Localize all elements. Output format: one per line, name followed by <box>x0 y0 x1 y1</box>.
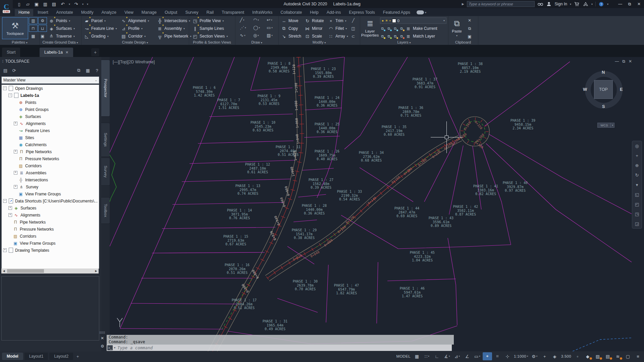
erase-icon[interactable]: ╱ <box>350 17 357 23</box>
toolspace-button[interactable]: ⚒Toolspace <box>2 17 28 39</box>
parcel-label[interactable]: PHASE 1 : 25 1440.00m 0.36 ACRES <box>315 122 340 134</box>
expand-icon[interactable]: + <box>3 248 7 252</box>
object-snap-icon[interactable]: ⌖ <box>483 352 492 360</box>
annotation-scale-button[interactable]: 1:1000▾ <box>513 352 529 360</box>
ribbon-tab-view[interactable]: View <box>121 9 137 16</box>
file-tab-close-icon[interactable]: ✕ <box>65 50 68 55</box>
zoom-extents-icon[interactable]: ◱ <box>634 191 640 198</box>
command-customize-icon[interactable]: ⚙ <box>101 344 104 349</box>
collapse-icon[interactable]: − <box>8 94 12 97</box>
revision-cloud-icon[interactable]: ↩▾ <box>267 17 272 22</box>
layer-selector-combo[interactable]: ●☀▪0▾ <box>380 17 446 24</box>
compass-north[interactable]: N <box>602 70 605 75</box>
pan-icon[interactable]: + <box>634 152 640 159</box>
station-label[interactable]: 1+120 <box>292 64 296 74</box>
quick-properties-icon[interactable]: ▫ <box>573 352 582 360</box>
tree-item-pipe-networks[interactable]: ΠPipe Networks <box>2 219 99 226</box>
expand-icon[interactable]: + <box>8 206 12 210</box>
parcel-label[interactable]: PHASE 1 : 16 2070.26m 0.51 ACRES <box>225 263 250 275</box>
autodesk-account-icon[interactable] <box>583 1 589 7</box>
expand-icon[interactable]: + <box>8 213 12 217</box>
viewport-close-icon[interactable]: ✕ <box>629 59 632 64</box>
tree-item-catchments[interactable]: ◉Catchments <box>2 141 99 148</box>
ribbon-tab-modify[interactable]: Modify <box>77 9 97 16</box>
ribbon-tab-infraworks[interactable]: InfraWorks <box>249 9 276 16</box>
layer-tool-icon[interactable]: ⧉ <box>386 26 391 31</box>
graphics-performance-icon[interactable]: ◆ <box>583 352 592 360</box>
zoom-window-icon[interactable]: ◰ <box>634 201 640 207</box>
parcel-label[interactable]: PHASE 1 : 7 6127.70m 1.51 ACRES <box>217 98 240 110</box>
command-input[interactable] <box>117 345 452 351</box>
ribbon-tab-analyze[interactable]: Analyze <box>98 9 120 16</box>
qat-customize-dropdown[interactable]: ▾ <box>86 1 89 7</box>
search-expand-icon[interactable]: ▶ <box>462 2 464 6</box>
parcel-label[interactable]: PHASE 1 : 8 2349.46m 0.58 ACRES <box>268 62 290 73</box>
orbit-icon[interactable]: ↻ <box>634 172 640 178</box>
customization-menu-icon[interactable]: ≡ <box>633 352 643 360</box>
layer-tool-icon[interactable]: ⧉ <box>393 26 398 31</box>
model-paper-toggle[interactable]: MODEL <box>395 352 412 360</box>
parcel-label[interactable]: PHASE 1 : 11 2074.40m 0.51 ACRES <box>276 145 301 157</box>
ribbon-button-feature-line[interactable]: ↝*Feature Line▾ <box>84 25 117 32</box>
collapse-icon[interactable]: − <box>3 199 7 203</box>
tree-item-surfaces[interactable]: +◈Surfaces <box>2 204 99 212</box>
restore-button[interactable]: ⧉ <box>625 1 634 7</box>
ribbon-options-button[interactable]: ▾ <box>417 10 426 16</box>
application-menu-button[interactable]: C C3D <box>0 0 13 16</box>
side-tab-toolbox[interactable]: Toolbox <box>101 197 110 224</box>
ribbon-button-surfaces[interactable]: ◈*Surfaces▾ <box>49 25 75 32</box>
scroll-left-icon[interactable]: ◀ <box>1 268 6 274</box>
ribbon-button-rotate[interactable]: ↻Rotate <box>305 17 324 24</box>
survey-palette-icon[interactable]: ⊓ <box>29 25 38 32</box>
parcel-label[interactable]: PHASE 1 : 23 1565.80m 0.39 ACRES <box>311 67 336 79</box>
parcel-label[interactable]: PHASE 1 : 17 2084.26m 0.51 ACRES <box>232 298 257 310</box>
tree-item-view-frame-groups[interactable]: ▣View Frame Groups <box>2 190 99 197</box>
match-layer-button[interactable]: ≣Match Layer <box>406 33 435 40</box>
palette-grip[interactable]: ⁞⁞ <box>2 60 3 63</box>
parcel-label[interactable]: PHASE 1 : 6 5748.30m 1.42 ACRES <box>193 86 216 98</box>
tree-item-pressure-networks[interactable]: ΠPressure Networks <box>2 226 99 233</box>
side-tab-survey[interactable]: Survey <box>101 158 110 186</box>
layout-tab-layout1[interactable]: Layout1 <box>24 353 48 360</box>
compass-west[interactable]: W <box>583 87 587 92</box>
ribbon-tab-featured-apps[interactable]: Featured Apps <box>379 9 414 16</box>
help-icon[interactable]: ? <box>598 1 604 7</box>
ribbon-button-corridor[interactable]: ▤*Corridor▾ <box>121 33 146 40</box>
ribbon-button-pipe-network[interactable]: ╦*Pipe Network▾ <box>157 33 191 40</box>
polyline-icon[interactable]: ∿▾ <box>240 33 245 38</box>
panel-title-layers[interactable]: Layers▾ <box>360 40 448 44</box>
parcel-label[interactable]: PHASE 1 : 33 2190.32m 0.54 ACRES <box>337 190 362 201</box>
station-label[interactable]: 1+080 <box>294 101 298 111</box>
redo-dropdown[interactable]: ▾ <box>81 1 85 7</box>
parcel-label[interactable]: PHASE 1 : 30 2639.78m 0.70 ACRES <box>293 280 318 291</box>
rectangle-icon[interactable]: ▭▾ <box>267 25 273 30</box>
sign-in-button[interactable]: Sign In <box>555 2 567 6</box>
arc-icon[interactable]: ◠▾ <box>253 17 259 22</box>
make-current-button[interactable]: ≣Make Current <box>406 25 437 32</box>
ribbon-tab-annotate[interactable]: Annotate <box>53 9 77 16</box>
ribbon-button-sample-lines[interactable]: ∥*Sample Lines <box>192 25 224 32</box>
cut-button[interactable]: ✕ <box>466 17 473 23</box>
clean-screen-icon[interactable]: ▢ <box>623 352 633 360</box>
minimize-button[interactable]: — <box>616 1 625 7</box>
layout-tab-layout2[interactable]: Layout2 <box>49 353 73 360</box>
tree-item-view-frame-groups[interactable]: ▣View Frame Groups <box>2 240 99 247</box>
construction-line-icon[interactable]: ⋰▾ <box>240 25 246 30</box>
station-label[interactable]: 1+100 <box>294 83 299 93</box>
parcel-label[interactable]: PHASE 1 : 42 3502.11m 0.87 ACRES <box>453 205 478 217</box>
panel-title-modify[interactable]: Modify▾ <box>278 40 360 44</box>
viewport-minimize-icon[interactable]: — <box>615 59 619 64</box>
parcel-label[interactable]: PHASE 1 : 13 2995.47m 0.74 ACRES <box>235 184 261 196</box>
zoom-icon[interactable]: ⊕ <box>634 162 640 169</box>
new-layout-button[interactable]: + <box>74 354 81 359</box>
help-dropdown[interactable]: ▾ <box>607 3 608 6</box>
circle-icon[interactable]: ◯▾ <box>253 25 260 30</box>
tree-item-corridors[interactable]: ▨Corridors <box>2 233 99 240</box>
parcel-label[interactable]: PHASE 1 : 41 3303.16m 0.82 ACRES <box>473 184 498 196</box>
tree-item-drawing-templates[interactable]: +Drawing Templates <box>2 247 99 254</box>
dynamic-input-icon[interactable]: ▭▾ <box>473 352 482 360</box>
parcel-drawing[interactable] <box>110 57 644 351</box>
side-tab-settings[interactable]: Settings <box>101 123 110 157</box>
help-search-input[interactable] <box>467 1 535 7</box>
parcel-label[interactable]: PHASE 1 : 29 1541.17m 0.38 ACRES <box>292 228 317 240</box>
